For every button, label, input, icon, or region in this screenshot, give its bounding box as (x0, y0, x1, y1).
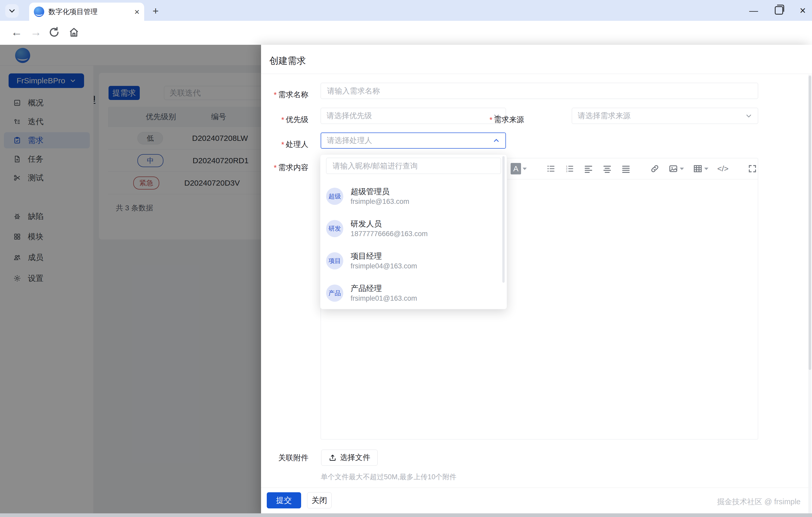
handler-search-input-el[interactable] (332, 162, 495, 171)
code-view-button[interactable]: </> (717, 164, 728, 173)
handler-select-placeholder: 请选择处理人 (327, 135, 493, 146)
handler-option[interactable]: 项目 项目经理 frsimple04@163.com (326, 245, 498, 277)
align-center-button[interactable] (602, 164, 612, 174)
chevron-down-icon (8, 7, 16, 14)
handler-search-input[interactable] (326, 158, 501, 174)
handler-option[interactable]: 研发 研发人员 18777776666@163.com (326, 212, 498, 245)
site-favicon (34, 6, 44, 17)
chevron-up-icon (493, 137, 500, 144)
avatar: 研发 (326, 220, 343, 237)
handler-dropdown-panel: 超级 超级管理员 frsimple@163.com 研发 研发人员 187777… (320, 154, 507, 309)
handler-select[interactable]: 请选择处理人 (321, 133, 506, 149)
bullet-list-button[interactable] (546, 164, 556, 174)
option-email: 18777776666@163.com (351, 229, 428, 238)
browser-tab[interactable]: 数字化项目管理 × (29, 3, 144, 21)
font-color-button[interactable]: A (511, 163, 527, 174)
requirement-name-input-el[interactable] (327, 86, 752, 95)
avatar: 产品 (326, 285, 343, 302)
field-label-priority: 优先级 (254, 112, 309, 128)
align-justify-button[interactable] (621, 164, 631, 174)
tab-title: 数字化项目管理 (49, 7, 134, 17)
screen: 数字化项目管理 × + — × ← → project.frsimple.cn/… (0, 0, 812, 517)
insert-link-button[interactable] (650, 164, 660, 173)
source-select[interactable]: 请选择需求来源 (572, 108, 758, 124)
choose-file-label: 选择文件 (340, 453, 370, 463)
option-name: 超级管理员 (351, 186, 409, 197)
caret-icon (680, 168, 684, 170)
submit-button[interactable]: 提交 (267, 492, 301, 509)
avatar: 超级 (326, 188, 343, 205)
field-label-source: 需求来源 (469, 112, 524, 128)
option-name: 研发人员 (351, 219, 428, 229)
drawer-scrollbar-thumb[interactable] (809, 76, 811, 370)
attachment-hint: 单个文件最大不超过50M,最多上传10个附件 (321, 472, 457, 482)
caret-icon (523, 168, 527, 170)
drawer-title: 创建需求 (269, 55, 306, 67)
window-restore-button[interactable] (775, 6, 783, 15)
insert-image-button[interactable] (668, 164, 684, 174)
field-label-handler: 处理人 (254, 136, 309, 152)
back-button[interactable]: ← (11, 26, 22, 38)
reload-button[interactable] (49, 27, 60, 38)
drawer-scrollbar[interactable] (808, 75, 811, 516)
fullscreen-button[interactable] (748, 164, 757, 173)
avatar: 项目 (326, 252, 343, 269)
upload-icon (329, 454, 337, 462)
option-email: frsimple@163.com (351, 197, 409, 206)
tab-search-button[interactable] (5, 4, 19, 18)
field-label-name: 需求名称 (254, 87, 309, 103)
caret-icon (704, 168, 708, 170)
window-close-button[interactable]: × (800, 5, 806, 17)
forward-button[interactable]: → (30, 26, 41, 38)
drawer-footer-divider (261, 488, 812, 488)
browser-toolbar: ← → project.frsimple.cn/Tug3CiQ4/J5LifLN… (0, 21, 812, 45)
browser-tab-strip: 数字化项目管理 × + — × (0, 0, 812, 21)
font-color-icon: A (511, 163, 521, 174)
requirement-name-input[interactable] (321, 83, 758, 99)
create-requirement-drawer: 创建需求 需求名称 优先级 请选择优先级 需求来源 请选择需求来源 处理人 请选… (261, 45, 812, 517)
watermark: 掘金技术社区 @ frsimple (717, 497, 801, 507)
priority-select-placeholder: 请选择优先级 (327, 111, 493, 121)
align-left-button[interactable] (583, 164, 593, 174)
ordered-list-button[interactable]: 123 (565, 164, 575, 174)
handler-option[interactable]: 超级 超级管理员 frsimple@163.com (326, 180, 498, 212)
drawer-header-divider (261, 74, 812, 74)
horizontal-scrollbar[interactable] (0, 513, 812, 517)
window-minimize-button[interactable]: — (749, 5, 758, 16)
dropdown-scrollbar[interactable] (502, 156, 505, 283)
close-button[interactable]: 关闭 (307, 492, 331, 509)
field-label-attachment: 关联附件 (254, 453, 309, 463)
source-select-placeholder: 请选择需求来源 (578, 111, 745, 121)
option-email: frsimple04@163.com (351, 261, 417, 271)
option-name: 产品经理 (351, 283, 417, 294)
window-controls: — × (749, 4, 806, 17)
home-button[interactable] (68, 27, 80, 38)
new-tab-button[interactable]: + (150, 5, 162, 17)
svg-text:3: 3 (566, 170, 568, 173)
handler-option[interactable]: 产品 产品经理 frsimple01@163.com (326, 277, 498, 309)
chevron-down-icon (745, 112, 752, 119)
choose-file-button[interactable]: 选择文件 (321, 450, 378, 466)
option-email: frsimple01@163.com (351, 294, 417, 303)
option-name: 项目经理 (351, 251, 417, 262)
insert-table-button[interactable] (693, 164, 708, 174)
tab-close-icon[interactable]: × (134, 7, 140, 16)
field-label-content: 需求内容 (254, 163, 309, 173)
